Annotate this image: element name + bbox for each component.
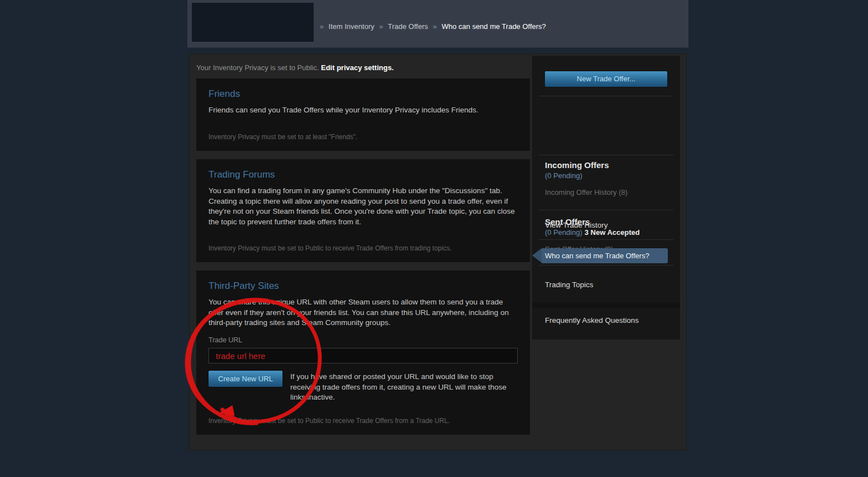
- breadcrumb-separator: »: [379, 22, 383, 31]
- trading-forums-section: Trading Forums You can find a trading fo…: [196, 159, 530, 262]
- breadcrumb-separator: »: [433, 22, 437, 31]
- trade-offers-sidebar: New Trade Offer... Incoming Offers (0 Pe…: [532, 56, 680, 340]
- breadcrumb-separator: »: [320, 22, 324, 31]
- sidebar-section-gap: [532, 302, 680, 308]
- create-url-note: If you have shared or posted your URL an…: [290, 372, 515, 403]
- sidebar-divider: [539, 96, 673, 96]
- trading-topics-link[interactable]: Trading Topics: [545, 281, 593, 289]
- friends-section: Friends Friends can send you Trade Offer…: [196, 78, 530, 151]
- sidebar-item-who-can-send-selected[interactable]: Who can send me Trade Offers?: [542, 248, 668, 263]
- incoming-offers-heading: Incoming Offers: [545, 160, 609, 170]
- friends-section-footnote: Inventory Privacy must be set to at leas…: [209, 133, 358, 141]
- sidebar-divider: [539, 210, 673, 210]
- view-trade-history-link[interactable]: View Trade History: [545, 221, 608, 229]
- breadcrumb-item-inventory[interactable]: Item Inventory: [329, 22, 374, 31]
- friends-section-title: Friends: [209, 88, 240, 100]
- censored-profile-block: [192, 3, 314, 42]
- new-trade-offer-button[interactable]: New Trade Offer...: [545, 71, 667, 87]
- friends-section-body: Friends can send you Trade Offers while …: [209, 105, 518, 116]
- sidebar-divider: [539, 265, 673, 265]
- sent-new-accepted: 3 New Accepted: [584, 228, 639, 237]
- trading-forums-title: Trading Forums: [209, 169, 275, 180]
- breadcrumb-current: Who can send me Trade Offers?: [442, 22, 546, 31]
- create-new-url-button[interactable]: Create New URL: [209, 371, 282, 387]
- trading-forums-body: You can find a trading forum in any game…: [209, 186, 518, 227]
- third-party-sites-body: You can share this unique URL with other…: [209, 297, 518, 328]
- breadcrumb: » Item Inventory » Trade Offers » Who ca…: [317, 22, 546, 31]
- third-party-sites-footnote: Inventory Privacy must be set to Public …: [209, 417, 450, 425]
- third-party-sites-section: Third-Party Sites You can share this uni…: [196, 271, 530, 435]
- sidebar-divider: [539, 239, 673, 240]
- incoming-offer-history-link[interactable]: Incoming Offer History (8): [545, 188, 628, 196]
- privacy-status-text: Your Inventory Privacy is set to Public.: [196, 63, 319, 72]
- edit-privacy-settings-link[interactable]: Edit privacy settings.: [321, 63, 394, 72]
- faq-link[interactable]: Frequently Asked Questions: [545, 316, 639, 324]
- trade-url-input[interactable]: [209, 348, 518, 363]
- trade-url-label: Trade URL: [209, 336, 242, 344]
- third-party-sites-title: Third-Party Sites: [209, 281, 279, 292]
- privacy-status-line: Your Inventory Privacy is set to Public.…: [196, 63, 394, 72]
- breadcrumb-trade-offers[interactable]: Trade Offers: [388, 22, 428, 31]
- sent-pending-line: (0 Pending)3 New Accepted: [545, 228, 639, 237]
- sent-pending-link[interactable]: (0 Pending): [545, 228, 582, 237]
- sidebar-divider: [539, 155, 673, 155]
- trading-forums-footnote: Inventory Privacy must be set to Public …: [209, 244, 452, 252]
- incoming-pending-link[interactable]: (0 Pending): [545, 171, 582, 180]
- page-header: » Item Inventory » Trade Offers » Who ca…: [187, 0, 688, 48]
